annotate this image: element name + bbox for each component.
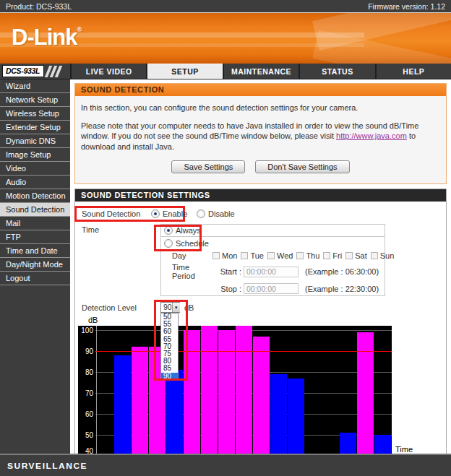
- always-row: Always: [161, 225, 385, 237]
- sidebar-item-video[interactable]: Video: [0, 162, 70, 176]
- bar-slot-10: [270, 326, 288, 454]
- day-checkbox-fri[interactable]: [323, 252, 330, 259]
- detection-threshold-line: [96, 351, 392, 352]
- ytick-label-100: 100: [78, 326, 93, 334]
- disable-radio[interactable]: [197, 209, 205, 218]
- sound-detection-row: Sound Detection Enable Disable: [80, 206, 443, 222]
- sidebar-item-dynamic-dns[interactable]: Dynamic DNS: [0, 134, 70, 148]
- sidebar-item-image-setup[interactable]: Image Setup: [0, 148, 70, 162]
- tab-live-video[interactable]: LIVE VIDEO: [70, 64, 146, 79]
- sidebar: WizardNetwork SetupWireless SetupExtende…: [0, 79, 70, 454]
- sidebar-item-audio[interactable]: Audio: [0, 176, 70, 189]
- day-checkbox-label: Tue: [250, 251, 264, 260]
- model-badge: DCS-933L: [2, 65, 44, 77]
- tab-maintenance[interactable]: MAINTENANCE: [223, 64, 298, 79]
- chart-bars: [97, 326, 392, 454]
- nav-model-cell: DCS-933L: [0, 64, 70, 79]
- day-item-tue: Tue: [241, 251, 264, 260]
- detection-level-dropdown: 505560657075808590: [160, 313, 179, 381]
- day-checkbox-sat[interactable]: [345, 252, 353, 259]
- bar-slot-11: [288, 326, 305, 454]
- stop-time-input[interactable]: [244, 283, 298, 294]
- day-list: MonTueWedThuFriSatSun: [212, 251, 398, 260]
- sidebar-item-ftp[interactable]: FTP: [0, 230, 70, 244]
- detection-level-select[interactable]: 90 ▼: [160, 302, 180, 313]
- tab-setup[interactable]: SETUP: [146, 64, 222, 79]
- window-topbar: Product: DCS-933L Firmware version: 1.12: [0, 0, 451, 13]
- dlink-logo: D-Link®: [12, 25, 82, 51]
- java-link[interactable]: http://www.java.com: [336, 131, 407, 140]
- day-checkbox-thu[interactable]: [296, 252, 304, 259]
- product-label: Product: DCS-933L: [6, 2, 72, 11]
- settings-body: Sound Detection Enable Disable Time: [75, 202, 446, 454]
- sidebar-item-mail[interactable]: Mail: [0, 217, 70, 230]
- sidebar-item-motion-detection[interactable]: Motion Detection: [0, 189, 70, 203]
- footer-bar: SURVEILLANCE: [0, 454, 451, 476]
- ytick-label-60: 60: [78, 410, 93, 418]
- dont-save-settings-button[interactable]: Don't Save Settings: [255, 160, 349, 173]
- time-period-label: Time Period: [172, 263, 212, 280]
- detection-level-option-90[interactable]: 90: [161, 373, 178, 380]
- ytick-label-40: 40: [78, 447, 93, 454]
- section-body: In this section, you can configure the s…: [75, 96, 446, 183]
- chart-bar: [184, 330, 200, 454]
- sidebar-item-extender-setup[interactable]: Extender Setup: [0, 121, 70, 134]
- tab-status[interactable]: STATUS: [298, 64, 374, 79]
- top-button-row: Save Settings Don't Save Settings: [81, 160, 440, 173]
- chart-bar: [270, 374, 287, 454]
- sidebar-item-time-and-date[interactable]: Time and Date: [0, 244, 70, 258]
- sidebar-item-day-night-mode[interactable]: Day/Night Mode: [0, 258, 70, 272]
- chevron-down-icon[interactable]: ▼: [172, 303, 180, 312]
- main-area: WizardNetwork SetupWireless SetupExtende…: [0, 79, 451, 454]
- bar-slot-5: [184, 326, 201, 454]
- chart-bar: [218, 330, 235, 454]
- chart-bar: [288, 378, 304, 454]
- highlight-box-sound-detection: Sound Detection Enable: [74, 206, 185, 222]
- day-checkbox-label: Fri: [332, 251, 342, 260]
- schedule-radio[interactable]: [164, 239, 173, 248]
- sidebar-item-sound-detection[interactable]: Sound Detection: [0, 203, 70, 217]
- always-radio[interactable]: [164, 226, 173, 235]
- detection-level-value: 90: [161, 303, 172, 312]
- day-item-wed: Wed: [267, 251, 293, 260]
- day-checkbox-label: Mon: [222, 251, 237, 260]
- ytick-label-70: 70: [78, 389, 93, 397]
- day-checkbox-wed[interactable]: [267, 252, 275, 259]
- bar-slot-16: [374, 326, 392, 454]
- day-checkbox-mon[interactable]: [212, 252, 220, 259]
- day-checkbox-label: Sat: [355, 251, 367, 260]
- day-checkbox-sun[interactable]: [371, 252, 378, 259]
- chart-bar: [166, 370, 183, 454]
- registered-mark: ®: [77, 26, 82, 33]
- bar-slot-12: [305, 326, 322, 454]
- time-period-start-row: Time Period Start : (Example : 06:30:00): [161, 261, 385, 282]
- ytick-label-80: 80: [78, 368, 93, 376]
- sidebar-item-wizard[interactable]: Wizard: [0, 79, 70, 93]
- day-item-fri: Fri: [323, 251, 342, 260]
- day-checkbox-tue[interactable]: [241, 252, 248, 259]
- sidebar-item-wireless-setup[interactable]: Wireless Setup: [0, 107, 70, 121]
- section-title: SOUND DETECTION: [75, 84, 446, 96]
- sidebar-item-logout[interactable]: Logout: [0, 272, 70, 285]
- day-checkbox-label: Sun: [380, 251, 395, 260]
- detection-level-row: Detection Level 90 ▼ 505560657075808590 …: [80, 302, 443, 313]
- db-unit-label: dB: [184, 302, 194, 312]
- start-time-input[interactable]: [244, 267, 298, 277]
- day-item-sat: Sat: [345, 251, 367, 260]
- start-example: (Example : 06:30:00): [305, 267, 379, 276]
- section-sound-detection: SOUND DETECTION In this section, you can…: [74, 83, 447, 184]
- day-label: Day: [172, 251, 212, 260]
- bar-slot-8: [236, 326, 253, 454]
- surveillance-brand: SURVEILLANCE: [7, 461, 87, 470]
- tab-help[interactable]: HELP: [375, 64, 451, 79]
- bar-slot-2: [132, 326, 149, 454]
- chart-bar: [132, 347, 148, 454]
- chart-bar: [374, 435, 391, 454]
- bar-slot-14: [340, 326, 357, 454]
- day-item-mon: Mon: [212, 251, 237, 260]
- sidebar-item-network-setup[interactable]: Network Setup: [0, 93, 70, 107]
- chart-bar: [340, 433, 356, 454]
- save-settings-button[interactable]: Save Settings: [171, 160, 245, 173]
- enable-radio[interactable]: [151, 209, 160, 218]
- stop-example: (Example : 22:30:00): [305, 285, 379, 293]
